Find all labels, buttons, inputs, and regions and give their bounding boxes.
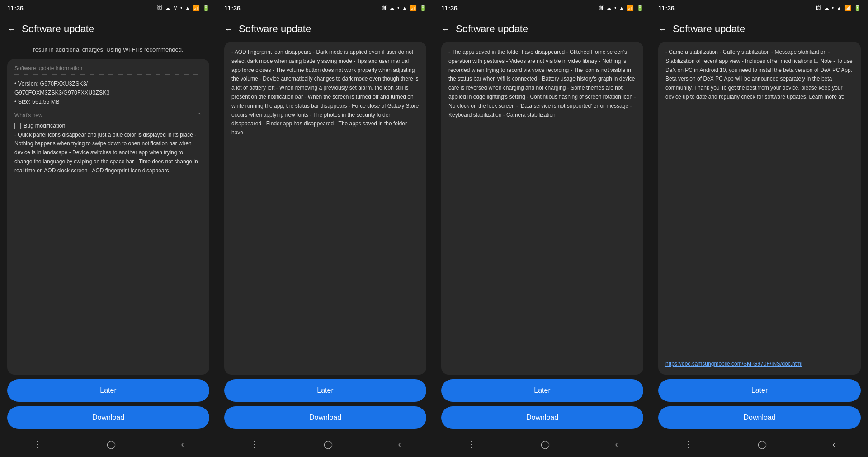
content-area-3: - The apps saved in the folder have disa… xyxy=(434,42,651,375)
back-button-1[interactable]: ← xyxy=(7,24,16,34)
status-time-1: 11:36 xyxy=(7,5,24,12)
battery-icon-2: 🔋 xyxy=(420,5,426,11)
phone-panel-4: 11:36 🖼 ☁ • ▲ 📶 🔋 ← Software update - Ca… xyxy=(651,0,868,457)
title-bar-1: ← Software update xyxy=(0,16,217,42)
page-title-1: Software update xyxy=(22,23,94,35)
checkbox-icon-1[interactable] xyxy=(14,123,21,129)
later-button-2[interactable]: Later xyxy=(224,379,426,402)
battery-icon-4: 🔋 xyxy=(854,5,861,11)
wifi-icon-2: ▲ xyxy=(402,5,407,11)
gallery-icon-2: 🖼 xyxy=(381,5,387,11)
back-button-3[interactable]: ← xyxy=(441,24,450,34)
dot-icon-1: • xyxy=(180,5,182,11)
dot-icon-4: • xyxy=(832,5,834,11)
bottom-buttons-1: Later Download xyxy=(0,375,217,433)
status-icons-1: 🖼 ☁ M • ▲ 📶 🔋 xyxy=(157,5,209,11)
content-area-4: - Camera stabilization - Gallery stabili… xyxy=(651,42,868,375)
dot-icon-2: • xyxy=(397,5,399,11)
bottom-buttons-4: Later Download xyxy=(651,375,868,433)
checkbox-row-1[interactable]: Bug modification xyxy=(14,123,202,129)
status-bar-3: 11:36 🖼 ☁ • ▲ 📶 🔋 xyxy=(434,0,651,16)
cloud-icon-2: ☁ xyxy=(389,5,395,11)
status-bar-1: 11:36 🖼 ☁ M • ▲ 📶 🔋 xyxy=(0,0,217,16)
status-icons-2: 🖼 ☁ • ▲ 📶 🔋 xyxy=(381,5,426,11)
content-area-2: - AOD fingerprint icon disappears - Dark… xyxy=(217,42,434,375)
nav-home-icon-4[interactable]: ◯ xyxy=(758,439,767,449)
nav-home-icon-3[interactable]: ◯ xyxy=(541,439,550,449)
bottom-buttons-3: Later Download xyxy=(434,375,651,433)
download-button-3[interactable]: Download xyxy=(441,406,643,429)
gallery-icon-4: 🖼 xyxy=(816,5,821,11)
title-bar-2: ← Software update xyxy=(217,16,434,42)
nav-menu-icon-3[interactable]: ⋮ xyxy=(467,439,475,449)
nav-menu-icon-2[interactable]: ⋮ xyxy=(250,439,258,449)
wifi-icon-1: ▲ xyxy=(185,5,190,11)
status-bar-2: 11:36 🖼 ☁ • ▲ 📶 🔋 xyxy=(217,0,434,16)
back-button-4[interactable]: ← xyxy=(658,24,667,34)
status-time-2: 11:36 xyxy=(224,5,241,12)
bottom-buttons-2: Later Download xyxy=(217,375,434,433)
download-button-1[interactable]: Download xyxy=(7,406,209,429)
status-bar-4: 11:36 🖼 ☁ • ▲ 📶 🔋 xyxy=(651,0,868,16)
nav-home-icon-2[interactable]: ◯ xyxy=(324,439,333,449)
phone-panel-1: 11:36 🖼 ☁ M • ▲ 📶 🔋 ← Software update re… xyxy=(0,0,217,457)
content-area-1: result in additional charges. Using Wi-F… xyxy=(0,42,217,375)
download-button-2[interactable]: Download xyxy=(224,406,426,429)
whats-new-header-1: What's new ⌃ xyxy=(14,112,202,119)
update-notes-4: - Camera stabilization - Gallery stabili… xyxy=(665,48,854,360)
top-text-1: result in additional charges. Using Wi-F… xyxy=(7,42,209,59)
wifi-icon-4: ▲ xyxy=(836,5,842,11)
status-icons-4: 🖼 ☁ • ▲ 📶 🔋 xyxy=(816,5,861,11)
later-button-4[interactable]: Later xyxy=(658,379,861,402)
nav-back-icon-2[interactable]: ‹ xyxy=(398,440,401,449)
nav-back-icon-1[interactable]: ‹ xyxy=(181,440,184,449)
update-notes-2: - AOD fingerprint icon disappears - Dark… xyxy=(231,48,419,368)
later-button-1[interactable]: Later xyxy=(7,379,209,402)
signal-icon-1: 📶 xyxy=(193,5,200,11)
signal-icon-4: 📶 xyxy=(844,5,851,11)
cloud-icon-3: ☁ xyxy=(606,5,612,11)
wifi-icon-3: ▲ xyxy=(619,5,624,11)
info-line-version-2: G970FOXM3ZSK3/G970FXXU3ZSK3 xyxy=(14,88,202,97)
cloud-icon-4: ☁ xyxy=(824,5,829,11)
update-notes-1: - Quick panel icons disappear and just a… xyxy=(14,131,202,369)
info-card-3: - The apps saved in the folder have disa… xyxy=(441,42,643,375)
mail-icon-1: M xyxy=(173,5,178,11)
doc-link-4[interactable]: https://doc.samsungmobile.com/SM-G970F/I… xyxy=(665,360,854,368)
whats-new-title-1: What's new xyxy=(14,112,42,119)
status-time-3: 11:36 xyxy=(441,5,458,12)
chevron-up-icon-1[interactable]: ⌃ xyxy=(197,112,202,119)
cloud-icon-1: ☁ xyxy=(165,5,170,11)
later-button-3[interactable]: Later xyxy=(441,379,643,402)
nav-bar-2: ⋮ ◯ ‹ xyxy=(217,433,434,457)
update-notes-3: - The apps saved in the folder have disa… xyxy=(448,48,636,368)
nav-home-icon-1[interactable]: ◯ xyxy=(107,439,116,449)
nav-back-icon-4[interactable]: ‹ xyxy=(832,440,835,449)
camera-icon-1: 🖼 xyxy=(157,5,162,11)
title-bar-4: ← Software update xyxy=(651,16,868,42)
page-title-3: Software update xyxy=(456,23,528,35)
nav-menu-icon-1[interactable]: ⋮ xyxy=(33,439,41,449)
back-button-2[interactable]: ← xyxy=(224,24,233,34)
phone-panel-2: 11:36 🖼 ☁ • ▲ 📶 🔋 ← Software update - AO… xyxy=(217,0,434,457)
info-card-4: - Camera stabilization - Gallery stabili… xyxy=(658,42,861,375)
signal-icon-2: 📶 xyxy=(410,5,417,11)
phone-panel-3: 11:36 🖼 ☁ • ▲ 📶 🔋 ← Software update - Th… xyxy=(434,0,651,457)
info-card-1: Software update information • Version: G… xyxy=(7,59,209,375)
dot-icon-3: • xyxy=(614,5,616,11)
info-line-version-1: • Version: G970FXXU3ZSK3/ xyxy=(14,79,202,88)
nav-bar-1: ⋮ ◯ ‹ xyxy=(0,433,217,457)
status-icons-3: 🖼 ☁ • ▲ 📶 🔋 xyxy=(598,5,643,11)
info-section-title-1: Software update information xyxy=(14,65,202,75)
signal-icon-3: 📶 xyxy=(627,5,634,11)
download-button-4[interactable]: Download xyxy=(658,406,861,429)
nav-bar-4: ⋮ ◯ ‹ xyxy=(651,433,868,457)
battery-icon-3: 🔋 xyxy=(637,5,643,11)
checkbox-label-text-1: Bug modification xyxy=(24,123,65,129)
nav-menu-icon-4[interactable]: ⋮ xyxy=(684,439,692,449)
nav-bar-3: ⋮ ◯ ‹ xyxy=(434,433,651,457)
page-title-2: Software update xyxy=(239,23,311,35)
info-line-size: • Size: 561.55 MB xyxy=(14,97,202,106)
info-card-2: - AOD fingerprint icon disappears - Dark… xyxy=(224,42,426,375)
nav-back-icon-3[interactable]: ‹ xyxy=(615,440,618,449)
